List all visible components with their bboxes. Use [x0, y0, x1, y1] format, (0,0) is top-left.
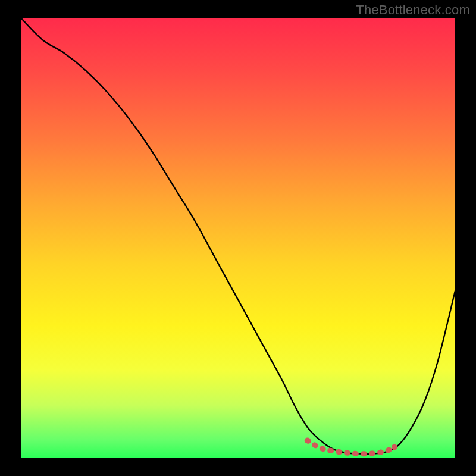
plateau-end-dot: [392, 444, 397, 450]
bottleneck-curve: [21, 18, 455, 458]
optimal-plateau-path: [308, 440, 394, 453]
gradient-plot-area: [21, 18, 455, 458]
watermark-text: TheBottleneck.com: [356, 2, 470, 18]
plateau-start-dot: [305, 437, 311, 443]
bottleneck-curve-path: [21, 18, 455, 454]
